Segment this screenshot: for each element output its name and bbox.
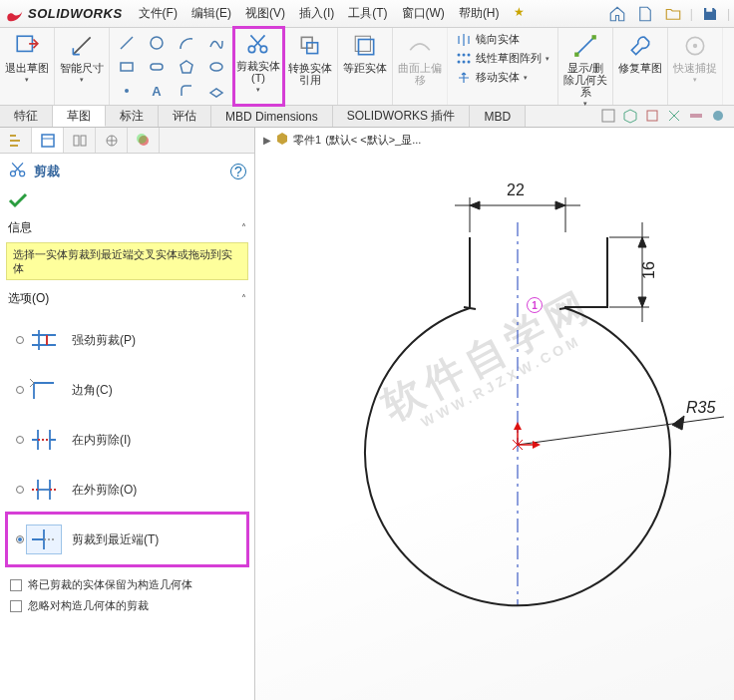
new-icon[interactable] xyxy=(634,3,656,25)
svg-marker-44 xyxy=(555,201,565,209)
ellipse-icon[interactable] xyxy=(203,56,229,78)
view-cube-icon[interactable] xyxy=(622,108,640,126)
option-label: 强劲剪裁(P) xyxy=(72,332,136,349)
menu-bar: SOLIDWORKS 文件(F) 编辑(E) 视图(V) 插入(I) 工具(T)… xyxy=(0,0,734,28)
panel-header: 剪裁 ? xyxy=(0,154,254,188)
section-icon[interactable] xyxy=(666,108,684,126)
home-icon[interactable] xyxy=(606,3,628,25)
expand-icon[interactable] xyxy=(600,108,618,126)
trim-outside-icon xyxy=(26,475,62,505)
trim-options-list: 强劲剪裁(P) 边角(C) 在内剪除(I) 在外剪除(O) xyxy=(0,311,254,568)
surface-offset-icon xyxy=(406,32,434,60)
surface-offset-button: 曲面上偏移 xyxy=(397,30,443,86)
dimxpert-tab[interactable] xyxy=(96,128,128,153)
option-trim-inside[interactable]: 在内剪除(I) xyxy=(8,415,246,465)
menu-window[interactable]: 窗口(W) xyxy=(396,2,451,25)
pattern-button[interactable]: 线性草图阵列▾ xyxy=(456,51,550,66)
repair-button[interactable]: 修复草图 xyxy=(617,30,663,74)
main-area: 剪裁 ? 信息 ˄ 选择一实体剪裁到最近端交叉实体或拖动到实体 选项(O) ˄ … xyxy=(0,128,734,700)
check-ignore-construction[interactable]: 忽略对构造几何体的剪裁 xyxy=(10,595,244,616)
tab-sketch[interactable]: 草图 xyxy=(53,106,106,127)
menu-edit[interactable]: 编辑(E) xyxy=(185,2,237,25)
menu-insert[interactable]: 插入(I) xyxy=(293,2,340,25)
menu-file[interactable]: 文件(F) xyxy=(133,2,184,25)
svg-marker-5 xyxy=(181,61,192,73)
option-label: 剪裁到最近端(T) xyxy=(72,531,159,548)
appearance-icon[interactable] xyxy=(710,108,728,126)
view-front-icon[interactable] xyxy=(644,108,662,126)
breadcrumb[interactable]: ▶ 零件1 (默认< <默认>_显... xyxy=(263,132,421,148)
menu-tools[interactable]: 工具(T) xyxy=(342,2,393,25)
tab-evaluate[interactable]: 评估 xyxy=(159,106,211,127)
options-section-header[interactable]: 选项(O) ˄ xyxy=(0,286,254,311)
ok-button[interactable] xyxy=(0,188,254,215)
convert-button[interactable]: 转换实体引用 xyxy=(287,30,333,86)
save-icon[interactable] xyxy=(699,3,721,25)
option-corner[interactable]: 边角(C) xyxy=(8,365,246,415)
convert-icon xyxy=(296,32,324,60)
dim-height[interactable]: 16 xyxy=(640,261,657,279)
chevron-right-icon: ▶ xyxy=(263,135,271,146)
svg-line-50 xyxy=(518,417,724,445)
svg-rect-4 xyxy=(151,64,163,70)
option-label: 边角(C) xyxy=(72,382,113,399)
tab-mbd[interactable]: MBD xyxy=(470,106,526,127)
open-icon[interactable] xyxy=(662,3,684,25)
tab-solidworks-addins[interactable]: SOLIDWORKS 插件 xyxy=(333,106,471,127)
svg-rect-31 xyxy=(74,136,79,146)
tab-annotate[interactable]: 标注 xyxy=(106,106,159,127)
dim-width[interactable]: 22 xyxy=(507,181,525,198)
line-icon[interactable] xyxy=(114,32,140,54)
smart-dim-button[interactable]: 智能尺寸 ▾ xyxy=(59,30,105,86)
ribbon-trim-group: 剪裁实体(T) ▾ xyxy=(234,28,283,105)
graphics-viewport[interactable]: ▶ 零件1 (默认< <默认>_显... 软件自学网WWW.RJZXW.COM … xyxy=(255,128,734,700)
mirror-button[interactable]: 镜向实体 xyxy=(456,32,550,47)
measure-icon[interactable] xyxy=(688,108,706,126)
svg-rect-25 xyxy=(602,110,614,122)
fillet-icon[interactable] xyxy=(174,80,199,102)
svg-rect-3 xyxy=(121,63,133,71)
help-button[interactable]: ? xyxy=(230,164,246,179)
info-section-header[interactable]: 信息 ˄ xyxy=(0,215,254,240)
svg-point-14 xyxy=(458,53,461,56)
menu-help[interactable]: 帮助(H) xyxy=(453,2,506,25)
option-trim-nearest[interactable]: 剪裁到最近端(T) xyxy=(8,515,246,564)
menu-view[interactable]: 视图(V) xyxy=(239,2,291,25)
config-tab[interactable] xyxy=(64,128,96,153)
svg-marker-51 xyxy=(672,416,684,430)
check-keep-construction[interactable]: 将已剪裁的实体保留为构造几何体 xyxy=(10,574,244,595)
menu-search[interactable]: ★ xyxy=(508,2,531,25)
display-tab[interactable] xyxy=(128,128,160,153)
spline-icon[interactable] xyxy=(203,32,229,54)
svg-point-2 xyxy=(151,37,163,49)
tab-mbd-dimensions[interactable]: MBD Dimensions xyxy=(211,106,333,127)
exit-sketch-button[interactable]: 退出草图 ▾ xyxy=(4,30,50,86)
arc-icon[interactable] xyxy=(174,32,199,54)
circle-icon[interactable] xyxy=(144,32,170,54)
offset-button[interactable]: 等距实体 xyxy=(342,30,388,74)
smart-dim-label: 智能尺寸 xyxy=(60,62,104,74)
move-button[interactable]: 移动实体▾ xyxy=(456,70,550,85)
polygon-icon[interactable] xyxy=(174,56,199,78)
point-icon[interactable] xyxy=(114,80,140,102)
svg-rect-27 xyxy=(690,114,702,118)
ribbon-offset-group: 等距实体 xyxy=(338,28,393,105)
ribbon-repair-group: 修复草图 xyxy=(613,28,668,105)
property-manager-tab[interactable] xyxy=(32,128,64,153)
slot-icon[interactable] xyxy=(144,56,170,78)
option-power-trim[interactable]: 强劲剪裁(P) xyxy=(8,315,246,365)
text-icon[interactable]: A xyxy=(144,80,170,102)
option-trim-outside[interactable]: 在外剪除(O) xyxy=(8,465,246,515)
feature-tree-tab[interactable] xyxy=(0,128,32,153)
info-label: 信息 xyxy=(8,219,32,236)
relations-button[interactable]: 显示/删除几何关系 ▾ xyxy=(562,30,608,110)
pattern-label: 线性草图阵列 xyxy=(476,51,542,66)
rect-icon[interactable] xyxy=(114,56,140,78)
trim-checkboxes: 将已剪裁的实体保留为构造几何体 忽略对构造几何体的剪裁 xyxy=(0,568,254,622)
plane-icon[interactable] xyxy=(203,80,229,102)
dim-radius[interactable]: R35 xyxy=(686,399,715,416)
offset-icon xyxy=(351,32,379,60)
check-label: 将已剪裁的实体保留为构造几何体 xyxy=(28,577,192,592)
trim-button[interactable]: 剪裁实体(T) ▾ xyxy=(234,28,282,96)
tab-features[interactable]: 特征 xyxy=(0,106,53,127)
